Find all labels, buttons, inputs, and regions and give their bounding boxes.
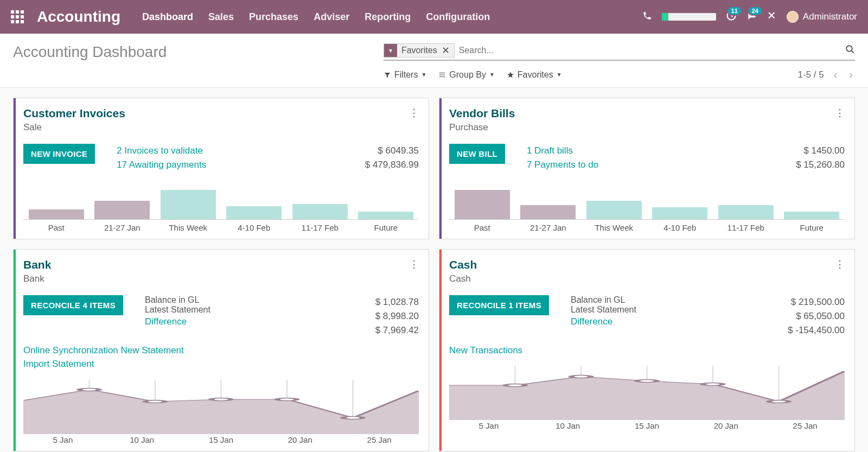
search-tag-favorites: ▾ Favorites ✕ (384, 43, 455, 58)
search-bar[interactable]: ▾ Favorites ✕ (384, 43, 855, 61)
card-subtitle: Sale (23, 122, 125, 133)
svg-point-1 (846, 46, 852, 52)
card-vendor-bills: Vendor Bills Purchase ⋮ NEW BILL 1 Draft… (439, 98, 855, 239)
amount-balance-gl: $ 1,028.78 (337, 295, 419, 309)
card-subtitle: Purchase (449, 122, 515, 133)
card-more-icon[interactable]: ⋮ (835, 258, 845, 284)
card-customer-invoices: Customer Invoices Sale ⋮ NEW INVOICE 2 I… (13, 98, 429, 239)
main-menu: Dashboard Sales Purchases Adviser Report… (142, 11, 490, 23)
svg-point-18 (571, 375, 591, 378)
link-import-statement[interactable]: Import Statement (23, 359, 94, 369)
svg-point-8 (145, 400, 165, 403)
card-subtitle: Bank (23, 273, 51, 284)
user-name: Administrator (803, 11, 857, 22)
reconcile-cash-button[interactable]: RECONCILE 1 ITEMS (449, 295, 549, 315)
nav-right: 11 24 Administrator (642, 10, 857, 23)
favorites-button[interactable]: Favorites ▼ (507, 70, 562, 80)
amount-latest-statement: $ 65,050.00 (763, 309, 845, 323)
card-accent (439, 250, 442, 451)
menu-sales[interactable]: Sales (208, 11, 234, 23)
tag-close-icon[interactable]: ✕ (442, 44, 454, 56)
bar-chart-customer-invoices: Past21-27 JanThis Week4-10 Feb11-17 FebF… (23, 180, 419, 239)
amount-difference: $ 7,969.42 (337, 323, 419, 338)
card-title[interactable]: Customer Invoices (23, 107, 125, 120)
svg-point-17 (505, 384, 525, 387)
svg-point-9 (211, 398, 231, 400)
link-new-transactions[interactable]: New Transactions (449, 345, 522, 355)
amount-latest-statement: $ 8,998.20 (337, 309, 419, 323)
card-title[interactable]: Bank (23, 258, 51, 271)
svg-point-20 (703, 383, 723, 386)
new-invoice-button[interactable]: NEW INVOICE (23, 144, 95, 164)
amount-balance-gl: $ 219,500.00 (763, 295, 845, 309)
amount-to-validate: $ 6049.35 (337, 144, 419, 158)
svg-point-21 (769, 400, 788, 403)
groupby-button[interactable]: Group By ▼ (438, 70, 495, 80)
settings-icon[interactable] (767, 11, 777, 23)
menu-reporting[interactable]: Reporting (365, 11, 411, 23)
avatar-icon (787, 11, 799, 23)
link-draft-bills[interactable]: 1 Draft bills (527, 144, 763, 158)
card-accent (439, 98, 442, 239)
brand-title: Accounting (37, 8, 120, 26)
new-bill-button[interactable]: NEW BILL (449, 144, 505, 164)
card-bank: Bank Bank ⋮ RECONCILE 4 ITEMS Balance in… (13, 249, 429, 451)
search-input[interactable] (455, 43, 845, 58)
link-invoices-to-validate[interactable]: 2 Invoices to validate (117, 144, 337, 158)
label-latest-statement: Latest Statement (571, 305, 763, 315)
top-nav: Accounting Dashboard Sales Purchases Adv… (0, 0, 868, 34)
page-title: Accounting Dashboard (13, 43, 167, 61)
amount-awaiting: $ 479,836.99 (337, 158, 419, 172)
card-more-icon[interactable]: ⋮ (835, 107, 845, 133)
link-difference[interactable]: Difference (571, 315, 763, 329)
activity-badge: 11 (727, 6, 742, 16)
card-accent (14, 250, 16, 451)
menu-dashboard[interactable]: Dashboard (142, 11, 193, 23)
pager-prev-icon[interactable]: ‹ (832, 68, 840, 81)
card-title[interactable]: Cash (449, 258, 477, 271)
caret-down-icon: ▼ (557, 72, 562, 78)
svg-point-19 (637, 380, 656, 383)
caret-down-icon: ▼ (489, 72, 495, 78)
kanban-board: Customer Invoices Sale ⋮ NEW INVOICE 2 I… (0, 88, 868, 452)
line-chart-bank: 5 Jan10 Jan15 Jan20 Jan25 Jan (23, 380, 419, 451)
apps-icon[interactable] (11, 10, 24, 23)
link-difference[interactable]: Difference (145, 315, 337, 329)
label-balance-gl: Balance in GL (571, 295, 763, 305)
label-latest-statement: Latest Statement (145, 305, 337, 315)
control-panel: Accounting Dashboard ▾ Favorites ✕ Filte… (0, 34, 868, 88)
link-awaiting-payments[interactable]: 17 Awaiting payments (117, 158, 337, 172)
svg-point-7 (79, 388, 99, 391)
card-title[interactable]: Vendor Bills (449, 107, 515, 120)
card-accent (14, 98, 16, 239)
menu-purchases[interactable]: Purchases (249, 11, 298, 23)
amount-draft: $ 1450.00 (763, 144, 845, 158)
amount-difference: $ -154,450.00 (763, 323, 845, 338)
user-menu[interactable]: Administrator (787, 11, 857, 23)
menu-configuration[interactable]: Configuration (426, 11, 490, 23)
funnel-icon: ▾ (384, 44, 397, 57)
card-subtitle: Cash (449, 273, 477, 284)
caret-down-icon: ▼ (421, 72, 426, 78)
menu-adviser[interactable]: Adviser (314, 11, 349, 23)
card-more-icon[interactable]: ⋮ (409, 258, 419, 284)
messages-badge: 24 (748, 6, 763, 16)
label-balance-gl: Balance in GL (145, 295, 337, 305)
phone-icon[interactable] (642, 11, 652, 23)
progress-bar[interactable] (662, 13, 716, 21)
filters-button[interactable]: Filters ▼ (384, 70, 426, 80)
pager-count: 1-5 / 5 (797, 69, 824, 80)
card-cash: Cash Cash ⋮ RECONCILE 1 ITEMS Balance in… (439, 249, 855, 451)
activity-icon[interactable]: 11 (726, 10, 737, 23)
tag-label: Favorites (397, 46, 442, 55)
search-icon[interactable] (845, 44, 855, 57)
reconcile-bank-button[interactable]: RECONCILE 4 ITEMS (23, 295, 123, 315)
messages-icon[interactable]: 24 (746, 10, 757, 23)
bar-chart-vendor-bills: Past21-27 JanThis Week4-10 Feb11-17 FebF… (449, 180, 845, 239)
link-payments-to-do[interactable]: 7 Payments to do (527, 158, 763, 172)
line-chart-cash: 5 Jan10 Jan15 Jan20 Jan25 Jan (449, 366, 845, 437)
card-more-icon[interactable]: ⋮ (409, 107, 419, 133)
link-online-sync[interactable]: Online Synchronization New Statement (23, 345, 184, 355)
pager-next-icon[interactable]: › (847, 68, 855, 81)
amount-payments: $ 15,260.80 (763, 158, 845, 172)
